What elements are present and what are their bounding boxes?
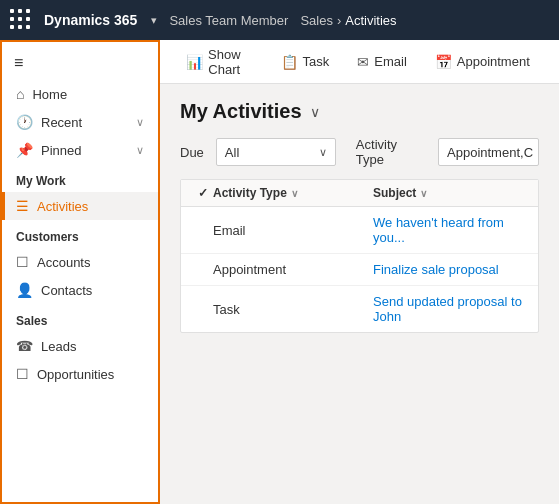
brand-chevron[interactable]: ▾ — [151, 14, 157, 27]
accounts-icon: ☐ — [16, 254, 29, 270]
appointment-button[interactable]: 📅 Appointment — [425, 48, 540, 76]
content-header: My Activities ∨ — [180, 100, 539, 123]
activities-icon: ☰ — [16, 198, 29, 214]
recent-icon: 🕐 — [16, 114, 33, 130]
sidebar-recent-label: Recent — [41, 115, 82, 130]
row-2-activity-type: Appointment — [213, 262, 373, 277]
sidebar-pinned-label: Pinned — [41, 143, 81, 158]
sidebar-item-leads[interactable]: ☎ Leads — [2, 332, 158, 360]
activities-table: ✓ Activity Type ∨ Subject ∨ Email We h — [180, 179, 539, 333]
home-icon: ⌂ — [16, 86, 24, 102]
row-2-subject[interactable]: Finalize sale proposal — [373, 262, 526, 277]
activity-type-col-header[interactable]: Activity Type ∨ — [213, 186, 373, 200]
check-col-header: ✓ — [193, 186, 213, 200]
table-row: Email We haven't heard from you... — [181, 207, 538, 254]
sidebar-home-label: Home — [32, 87, 67, 102]
recent-expand-icon: ∨ — [136, 116, 144, 129]
table-row: Task Send updated proposal to John — [181, 286, 538, 332]
activity-type-filter-value: Appointment,C — [447, 145, 533, 160]
appointment-icon: 📅 — [435, 54, 452, 70]
breadcrumb-current: Activities — [345, 13, 396, 28]
sidebar-leads-label: Leads — [41, 339, 76, 354]
checkmark-header: ✓ — [198, 186, 208, 200]
contacts-icon: 👤 — [16, 282, 33, 298]
apps-grid-icon[interactable] — [10, 9, 32, 31]
due-label: Due — [180, 145, 204, 160]
chart-icon: 📊 — [186, 54, 203, 70]
title-chevron[interactable]: ∨ — [310, 104, 320, 120]
email-icon: ✉ — [357, 54, 369, 70]
sidebar-item-opportunities[interactable]: ☐ Opportunities — [2, 360, 158, 388]
section-my-work: My Work — [2, 164, 158, 192]
subject-header-label: Subject — [373, 186, 416, 200]
leads-icon: ☎ — [16, 338, 33, 354]
page-title: My Activities — [180, 100, 302, 123]
main-layout: ≡ ⌂ Home 🕐 Recent ∨ 📌 Pinned ∨ My Work ☰… — [0, 40, 559, 504]
due-filter-value: All — [225, 145, 315, 160]
subject-col-header[interactable]: Subject ∨ — [373, 186, 526, 200]
row-3-activity-type: Task — [213, 302, 373, 317]
breadcrumb: Sales › Activities — [300, 13, 396, 28]
sidebar-item-home[interactable]: ⌂ Home — [2, 80, 158, 108]
sidebar-item-activities[interactable]: ☰ Activities — [2, 192, 158, 220]
sidebar: ≡ ⌂ Home 🕐 Recent ∨ 📌 Pinned ∨ My Work ☰… — [0, 40, 160, 504]
row-1-subject[interactable]: We haven't heard from you... — [373, 215, 526, 245]
activity-type-label: Activity Type — [356, 137, 426, 167]
sidebar-top: ≡ — [2, 42, 158, 80]
activity-type-filter[interactable]: Appointment,C — [438, 138, 539, 166]
role-label: Sales Team Member — [169, 13, 288, 28]
pinned-expand-icon: ∨ — [136, 144, 144, 157]
toolbar: 📊 Show Chart 📋 Task ✉ Email 📅 Appointmen… — [160, 40, 559, 84]
table-row: Appointment Finalize sale proposal — [181, 254, 538, 286]
content-area: My Activities ∨ Due All ∨ Activity Type … — [160, 84, 559, 504]
sidebar-activities-label: Activities — [37, 199, 88, 214]
table-header: ✓ Activity Type ∨ Subject ∨ — [181, 180, 538, 207]
brand-name[interactable]: Dynamics 365 — [44, 12, 137, 28]
email-label: Email — [374, 54, 407, 69]
sidebar-item-accounts[interactable]: ☐ Accounts — [2, 248, 158, 276]
breadcrumb-separator: › — [337, 13, 341, 28]
phone-call-button[interactable]: 📞 Phone Call — [548, 41, 559, 83]
top-nav: Dynamics 365 ▾ Sales Team Member Sales ›… — [0, 0, 559, 40]
show-chart-button[interactable]: 📊 Show Chart — [176, 41, 251, 83]
appointment-label: Appointment — [457, 54, 530, 69]
sidebar-item-pinned[interactable]: 📌 Pinned ∨ — [2, 136, 158, 164]
opportunities-icon: ☐ — [16, 366, 29, 382]
hamburger-icon[interactable]: ≡ — [14, 50, 146, 76]
due-filter-arrow: ∨ — [319, 146, 327, 159]
task-button[interactable]: 📋 Task — [271, 48, 340, 76]
breadcrumb-root[interactable]: Sales — [300, 13, 333, 28]
pinned-icon: 📌 — [16, 142, 33, 158]
sidebar-item-contacts[interactable]: 👤 Contacts — [2, 276, 158, 304]
activity-type-header-label: Activity Type — [213, 186, 287, 200]
sidebar-opportunities-label: Opportunities — [37, 367, 114, 382]
activity-type-sort-icon: ∨ — [291, 188, 298, 199]
row-1-activity-type: Email — [213, 223, 373, 238]
email-button[interactable]: ✉ Email — [347, 48, 417, 76]
sidebar-item-recent[interactable]: 🕐 Recent ∨ — [2, 108, 158, 136]
task-label: Task — [303, 54, 330, 69]
section-sales: Sales — [2, 304, 158, 332]
task-icon: 📋 — [281, 54, 298, 70]
main-content: 📊 Show Chart 📋 Task ✉ Email 📅 Appointmen… — [160, 40, 559, 504]
sidebar-contacts-label: Contacts — [41, 283, 92, 298]
subject-sort-icon: ∨ — [420, 188, 427, 199]
show-chart-label: Show Chart — [208, 47, 241, 77]
due-filter-select[interactable]: All ∨ — [216, 138, 336, 166]
filter-row: Due All ∨ Activity Type Appointment,C — [180, 137, 539, 167]
section-customers: Customers — [2, 220, 158, 248]
row-3-subject[interactable]: Send updated proposal to John — [373, 294, 526, 324]
sidebar-accounts-label: Accounts — [37, 255, 90, 270]
